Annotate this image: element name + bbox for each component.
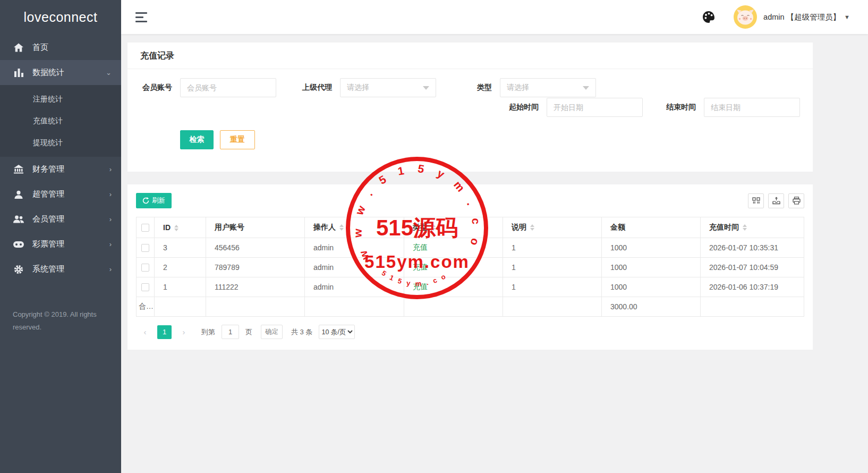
page-suffix-label: 页	[245, 327, 252, 337]
sidebar-item-label: 财务管理	[32, 164, 64, 174]
start-date-input[interactable]	[547, 98, 643, 117]
sort-icon[interactable]	[743, 224, 747, 231]
sidebar: loveconnect 首页 数据统计 ⌄ 注册统计 充值统计 提现统计 财务管…	[0, 0, 121, 473]
sidebar-item-members[interactable]: 会员管理 ›	[0, 207, 121, 232]
page-number-active[interactable]: 1	[157, 325, 172, 339]
sort-icon[interactable]	[530, 224, 534, 231]
sidebar-item-stats[interactable]: 数据统计 ⌄	[0, 60, 121, 85]
goto-page-input[interactable]	[222, 325, 239, 339]
sidebar-subitem-withdraw-stats[interactable]: 提现统计	[0, 132, 121, 154]
select-all-checkbox[interactable]	[141, 224, 149, 232]
sidebar-item-label: 数据统计	[32, 67, 64, 78]
refresh-button[interactable]: 刷新	[136, 193, 172, 208]
stats-submenu: 注册统计 充值统计 提现统计	[0, 85, 121, 157]
prev-page-icon[interactable]: ‹	[139, 327, 151, 336]
cell-type: 充值	[404, 258, 503, 277]
table-row: 3 456456 admin 充值 1 1000 2026-01-07 10:3…	[137, 238, 804, 258]
col-header-time[interactable]: 充值时间	[701, 217, 804, 238]
sidebar-item-label: 首页	[32, 43, 48, 53]
chevron-right-icon: ›	[109, 190, 112, 198]
theme-palette-icon[interactable]	[702, 10, 716, 24]
col-header-account: 用户账号	[206, 217, 305, 238]
cell-operator: admin	[305, 258, 404, 277]
cell-id: 2	[155, 258, 206, 277]
select-caret-icon	[423, 86, 429, 90]
summary-label: 合…	[137, 297, 155, 317]
print-icon[interactable]	[788, 193, 804, 208]
copyright-text: Copyright © 2019. All rights reserved.	[0, 308, 121, 334]
gamepad-icon	[13, 239, 24, 250]
home-icon	[13, 43, 24, 53]
topbar: admin 【超级管理员】 ▼	[121, 0, 868, 34]
sort-icon[interactable]	[174, 225, 178, 231]
sidebar-item-label: 彩票管理	[32, 239, 64, 249]
username-label[interactable]: admin 【超级管理员】	[763, 12, 840, 22]
type-select-value: 请选择	[507, 83, 529, 92]
cell-type: 充值	[404, 238, 503, 258]
member-account-group: 会员账号	[140, 78, 276, 97]
sidebar-item-home[interactable]: 首页	[0, 35, 121, 60]
cell-remark: 1	[503, 238, 602, 258]
export-icon[interactable]	[768, 193, 784, 208]
sidebar-item-label: 系统管理	[32, 264, 64, 274]
hamburger-menu-icon[interactable]	[135, 12, 147, 22]
summary-amount: 3000.00	[602, 297, 701, 317]
goto-confirm-button[interactable]: 确定	[261, 325, 283, 339]
type-select[interactable]: 请选择	[500, 78, 596, 97]
total-count-label: 共 3 条	[291, 327, 312, 337]
bar-chart-icon	[13, 67, 24, 78]
sidebar-subitem-recharge-stats[interactable]: 充值统计	[0, 110, 121, 132]
col-header-operator[interactable]: 操作人	[305, 217, 404, 238]
col-header-id[interactable]: ID	[155, 217, 206, 238]
type-group: 类型 请选择	[460, 78, 596, 97]
cell-operator: admin	[305, 238, 404, 258]
form-row-1: 会员账号 上级代理 请选择 类型 请选择	[140, 78, 800, 97]
sidebar-item-lottery[interactable]: 彩票管理 ›	[0, 232, 121, 257]
avatar[interactable]	[734, 5, 757, 29]
sidebar-item-system[interactable]: 系统管理 ›	[0, 257, 121, 282]
parent-agent-select[interactable]: 请选择	[340, 78, 436, 97]
columns-filter-icon[interactable]	[748, 193, 764, 208]
users-icon	[13, 214, 24, 225]
form-buttons: 检索 重置	[140, 130, 800, 149]
member-account-input[interactable]	[180, 78, 276, 97]
table-header-row: ID 用户账号 操作人 类型 说明 金额 充值时间	[137, 217, 804, 238]
cell-time: 2026-01-07 10:35:31	[701, 238, 804, 258]
cell-amount: 1000	[602, 258, 701, 277]
sidebar-subitem-register-stats[interactable]: 注册统计	[0, 88, 121, 110]
table-row: 2 789789 admin 充值 1 1000 2026-01-07 10:0…	[137, 258, 804, 277]
reset-button[interactable]: 重置	[220, 130, 255, 149]
cell-amount: 1000	[602, 277, 701, 297]
sort-icon[interactable]	[339, 224, 344, 231]
cell-operator: admin	[305, 277, 404, 297]
user-dropdown-caret-icon[interactable]: ▼	[844, 14, 850, 20]
end-time-group: 结束时间	[664, 98, 800, 117]
table-tool-icons	[744, 193, 804, 208]
refresh-icon	[142, 197, 149, 204]
cell-amount: 1000	[602, 238, 701, 258]
sidebar-nav: 首页 数据统计 ⌄ 注册统计 充值统计 提现统计 财务管理 › 超管管理	[0, 35, 121, 282]
sidebar-item-finance[interactable]: 财务管理 ›	[0, 157, 121, 182]
sidebar-item-superadmin[interactable]: 超管管理 ›	[0, 182, 121, 207]
page-size-select[interactable]: 10 条/页	[319, 325, 355, 339]
sort-icon[interactable]	[431, 224, 436, 231]
row-checkbox[interactable]	[141, 244, 149, 252]
row-checkbox[interactable]	[141, 264, 149, 272]
table-card: 刷新 ID 用户账号 操作人	[127, 184, 813, 350]
col-header-remark[interactable]: 说明	[503, 217, 602, 238]
end-date-input[interactable]	[704, 98, 800, 117]
refresh-button-label: 刷新	[152, 196, 165, 205]
row-checkbox[interactable]	[141, 283, 149, 291]
member-account-label: 会员账号	[140, 83, 172, 92]
user-icon	[13, 189, 24, 200]
col-header-type[interactable]: 类型	[404, 217, 503, 238]
search-card: 充值记录 会员账号 上级代理 请选择 类型 请选择	[127, 43, 813, 172]
end-time-label: 结束时间	[664, 103, 696, 112]
goto-page-label: 到第	[201, 327, 215, 337]
chevron-right-icon: ›	[109, 215, 112, 223]
chevron-right-icon: ›	[109, 165, 112, 173]
cell-id: 3	[155, 238, 206, 258]
chevron-right-icon: ›	[109, 265, 112, 273]
search-button[interactable]: 检索	[180, 130, 214, 149]
next-page-icon[interactable]: ›	[178, 327, 190, 336]
